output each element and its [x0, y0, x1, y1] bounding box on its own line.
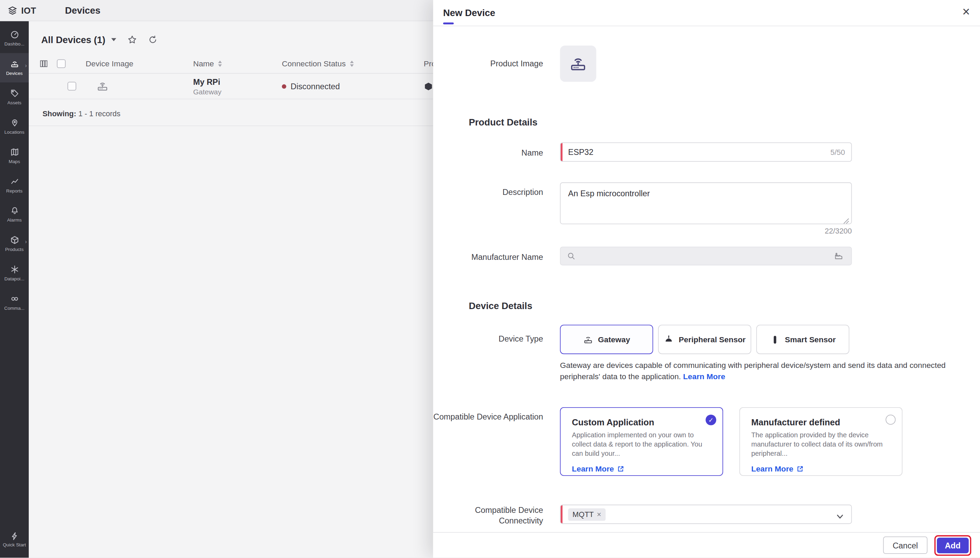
header-controls-cell	[29, 59, 86, 68]
datapoints-icon	[9, 265, 19, 274]
external-link-icon	[797, 465, 804, 473]
gateway-icon	[583, 335, 593, 344]
sidebar-item-locations[interactable]: Locations	[0, 112, 29, 141]
application-option-title: Custom Application	[572, 417, 711, 427]
manufacturer-label: Manufacturer Name	[433, 246, 543, 265]
name-field[interactable]	[561, 148, 851, 157]
external-link-icon	[617, 465, 625, 473]
product-image-upload[interactable]	[560, 46, 597, 82]
drawer-body: Product Image Product Details Name 5/50	[433, 26, 980, 532]
name-label: Name	[433, 142, 543, 162]
description-char-counter: 22/3200	[560, 227, 852, 236]
sidebar-item-quick-start[interactable]: Quick Start	[0, 527, 29, 553]
add-button[interactable]: Add	[937, 537, 969, 553]
maps-icon	[9, 147, 19, 157]
device-image-icon	[96, 80, 109, 93]
learn-more-link[interactable]: Learn More	[683, 373, 725, 381]
brand-name: IOT	[21, 5, 36, 15]
connectivity-chip: MQTT ×	[568, 508, 606, 521]
application-option-manufacturer-defined[interactable]: Manufacturer defined The application pro…	[740, 407, 903, 476]
factory-icon	[834, 252, 844, 261]
sidebar-item-datapoints[interactable]: Datapoi...	[0, 258, 29, 288]
chevron-right-icon: ›	[25, 62, 27, 69]
favorite-star-icon[interactable]	[127, 35, 136, 44]
device-details-heading: Device Details	[469, 300, 980, 311]
name-char-counter: 5/50	[830, 148, 845, 157]
column-header-device-image: Device Image	[86, 59, 133, 68]
column-header-name[interactable]: Name	[193, 59, 214, 68]
row-checkbox[interactable]	[67, 82, 76, 90]
router-icon	[569, 54, 587, 73]
device-type-label: Device Type	[433, 325, 543, 382]
product-image-label: Product Image	[433, 59, 543, 69]
manufacturer-field[interactable]	[576, 251, 830, 261]
sidebar-item-dashboard[interactable]: Dashbo...	[0, 24, 29, 53]
sidebar-item-commands[interactable]: Comma...	[0, 288, 29, 317]
connectivity-select[interactable]: MQTT ×	[560, 505, 852, 524]
app-root: IOT Devices Dashbo... Devices › Assets L…	[0, 0, 980, 558]
device-type-option-gateway[interactable]: Gateway	[560, 325, 653, 354]
product-cube-icon	[424, 81, 433, 90]
product-details-heading: Product Details	[469, 117, 980, 128]
application-option-title: Manufacturer defined	[751, 417, 890, 427]
add-button-focus-ring: Add	[934, 535, 971, 555]
column-header-connection-status[interactable]: Connection Status	[282, 59, 346, 68]
chip-remove-icon[interactable]: ×	[597, 511, 601, 519]
device-type-help-text: Gateway are devices capable of communica…	[560, 360, 953, 382]
quick-start-icon	[9, 531, 19, 541]
device-name[interactable]: My RPi	[193, 77, 221, 87]
reports-icon	[9, 176, 19, 186]
refresh-icon[interactable]	[148, 35, 157, 44]
alarms-icon	[9, 206, 19, 216]
page-title: Devices	[65, 5, 100, 16]
sidebar-item-assets[interactable]: Assets	[0, 82, 29, 112]
resize-handle-icon[interactable]	[843, 215, 849, 222]
sort-icon[interactable]	[218, 60, 222, 66]
brand[interactable]: IOT	[8, 5, 36, 15]
list-dropdown-caret-icon[interactable]	[111, 38, 116, 41]
select-all-checkbox[interactable]	[57, 59, 66, 68]
device-type-option-peripheral-sensor[interactable]: Peripheral Sensor	[658, 325, 751, 354]
compatible-application-label: Compatible Device Application	[433, 407, 543, 476]
sidebar: Dashbo... Devices › Assets Locations Map…	[0, 21, 29, 558]
required-marker	[561, 143, 562, 161]
connectivity-label: Compatible Device Connectivity	[433, 505, 543, 527]
close-icon[interactable]: ×	[962, 5, 970, 18]
description-field[interactable]: An Esp microcontroller	[561, 183, 851, 223]
smart-sensor-icon	[770, 335, 780, 344]
sidebar-item-products[interactable]: Products ›	[0, 229, 29, 258]
drawer-header: New Device ×	[433, 0, 980, 26]
peripheral-sensor-icon	[664, 335, 674, 344]
required-marker	[561, 505, 562, 524]
sidebar-item-devices[interactable]: Devices ›	[0, 53, 29, 82]
device-type: Gateway	[193, 88, 221, 95]
application-option-custom[interactable]: Custom Application Application implement…	[560, 407, 723, 476]
learn-more-link[interactable]: Learn More	[751, 464, 804, 474]
learn-more-link[interactable]: Learn More	[572, 464, 625, 474]
device-type-option-smart-sensor[interactable]: Smart Sensor	[756, 325, 849, 354]
new-device-drawer: New Device × Product Image Product Detai…	[433, 0, 980, 558]
sort-icon[interactable]	[350, 60, 354, 66]
dashboard-icon	[9, 30, 19, 39]
radio-unselected-icon[interactable]	[886, 415, 896, 425]
devices-icon	[9, 59, 19, 69]
drawer-title: New Device	[443, 8, 495, 18]
application-option-description: The application provided by the device m…	[751, 430, 890, 458]
application-option-description: Application implemented on your own to c…	[572, 430, 711, 458]
assets-icon	[9, 89, 19, 98]
commands-icon	[9, 294, 19, 304]
description-label: Description	[433, 182, 543, 235]
list-title[interactable]: All Devices (1)	[41, 34, 105, 45]
cancel-button[interactable]: Cancel	[883, 537, 927, 554]
chevron-down-icon	[836, 512, 844, 519]
locations-icon	[9, 118, 19, 128]
status-text: Disconnected	[291, 81, 340, 90]
products-icon	[9, 235, 19, 245]
brand-logo-icon	[8, 5, 18, 15]
drawer-footer: Cancel Add	[433, 532, 980, 558]
sidebar-item-alarms[interactable]: Alarms	[0, 200, 29, 229]
selected-check-icon: ✓	[705, 415, 716, 425]
sidebar-item-maps[interactable]: Maps	[0, 141, 29, 171]
sidebar-item-reports[interactable]: Reports	[0, 171, 29, 200]
column-settings-icon[interactable]	[39, 59, 48, 68]
